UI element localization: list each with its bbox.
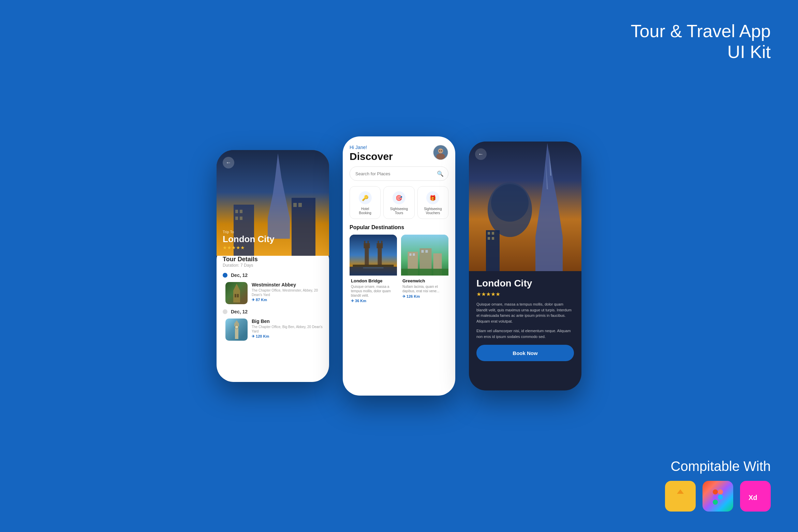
category-hotel[interactable]: 🔑 HotelBooking bbox=[350, 186, 381, 219]
london-bridge-name: London Bridge bbox=[351, 278, 396, 283]
svg-rect-4 bbox=[713, 494, 718, 500]
phone-discover: Hi Jane! Discover 🔍 🔑 HotelBooking bbox=[343, 136, 455, 396]
svg-rect-23 bbox=[237, 294, 239, 297]
p2-greeting: Hi Jane! bbox=[350, 145, 393, 150]
book-now-button[interactable]: Book Now bbox=[476, 345, 574, 361]
svg-rect-20 bbox=[233, 291, 240, 302]
london-bridge-dist: ✈ 36 Km bbox=[351, 299, 396, 303]
p1-tour-title: Tour Details bbox=[223, 256, 323, 263]
svg-rect-40 bbox=[378, 241, 379, 246]
dest-card-london[interactable]: London Bridge Quisque ornare, massa a te… bbox=[350, 235, 397, 306]
p1-duration: Duration: 7 Days bbox=[223, 263, 323, 268]
hotel-icon: 🔑 bbox=[359, 191, 372, 204]
svg-rect-52 bbox=[426, 250, 428, 253]
dest-card-greenwich[interactable]: Greenwich Nullam lacinia, quam et dapibu… bbox=[401, 235, 448, 306]
p1-day1-dot bbox=[223, 273, 227, 278]
svg-rect-49 bbox=[410, 253, 412, 256]
p1-place1-name: Westminster Abbey bbox=[252, 282, 323, 287]
svg-rect-42 bbox=[353, 265, 394, 267]
svg-rect-14 bbox=[240, 210, 242, 213]
greenwich-desc: Nullam lacinia, quam et dapibus, erat ni… bbox=[402, 284, 447, 293]
search-icon: 🔍 bbox=[437, 171, 444, 177]
search-input[interactable] bbox=[350, 166, 448, 181]
svg-point-32 bbox=[441, 150, 442, 152]
svg-rect-41 bbox=[381, 241, 383, 246]
p1-place1-info: Westminster Abbey The Chapter Office, We… bbox=[252, 282, 323, 304]
p1-day2-dot bbox=[223, 309, 227, 314]
svg-rect-15 bbox=[235, 217, 238, 220]
p2-avatar bbox=[433, 145, 448, 160]
p1-nav1-icon: ✈ bbox=[252, 298, 256, 302]
p2-search-bar[interactable]: 🔍 bbox=[350, 166, 448, 181]
p1-stars: ★★★★★ bbox=[223, 245, 323, 250]
compatible-block: Compitable With Xd bbox=[665, 459, 771, 512]
category-sightseeing[interactable]: 🎯 SightseeingTours bbox=[383, 186, 414, 219]
compatible-icons: Xd bbox=[665, 481, 771, 512]
sightseeing-icon: 🎯 bbox=[393, 191, 405, 204]
svg-rect-22 bbox=[235, 294, 236, 297]
p2-section-title: Popular Destinations bbox=[343, 224, 455, 231]
p1-place2-info: Big Ben The Chapter Office, Big Ben, Abb… bbox=[252, 319, 323, 341]
svg-rect-18 bbox=[293, 203, 297, 207]
svg-rect-51 bbox=[422, 250, 424, 253]
p1-day1-header: Dec, 12 bbox=[223, 272, 323, 278]
svg-rect-44 bbox=[363, 267, 384, 268]
p2-categories: 🔑 HotelBooking 🎯 SightseeingTours 🎁 Sigh… bbox=[343, 186, 455, 219]
p1-place2-addr: The Chapter Office, Big Ben, Abbey, 20 D… bbox=[252, 325, 323, 334]
xd-icon: Xd bbox=[740, 481, 771, 512]
category-vouchers[interactable]: 🎁 SightseeingVouchers bbox=[417, 186, 448, 219]
p1-day2-text: Dec, 12 bbox=[231, 309, 248, 314]
greenwich-image bbox=[401, 235, 448, 276]
svg-rect-39 bbox=[368, 241, 369, 246]
p3-description2: Etiam vel ullamcorper nisi, id elementum… bbox=[476, 328, 574, 339]
london-bridge-info: London Bridge Quisque ornare, massa a te… bbox=[350, 276, 397, 306]
svg-rect-63 bbox=[492, 232, 494, 235]
sketch-icon bbox=[665, 481, 696, 512]
p1-hero-image: ← Trip To London City ★★★★★ bbox=[217, 150, 329, 256]
p3-description1: Quisque ornare, massa a tempus mollis, d… bbox=[476, 301, 574, 324]
category-sightseeing-label: SightseeingTours bbox=[390, 207, 408, 215]
p2-header: Hi Jane! Discover bbox=[343, 136, 455, 166]
p1-back-button[interactable]: ← bbox=[223, 157, 234, 168]
branding-block: Tour & Travel App UI Kit bbox=[631, 20, 771, 62]
svg-text:Xd: Xd bbox=[749, 494, 757, 501]
svg-rect-13 bbox=[235, 210, 238, 213]
p2-discover-title: Discover bbox=[350, 151, 393, 162]
p1-day2-header: Dec, 12 bbox=[223, 309, 323, 314]
p1-bigben-img bbox=[225, 319, 248, 341]
svg-point-60 bbox=[491, 184, 529, 222]
p1-nav2-icon: ✈ bbox=[252, 334, 256, 338]
category-hotel-label: HotelBooking bbox=[359, 207, 371, 215]
greenwich-info: Greenwich Nullam lacinia, quam et dapibu… bbox=[401, 276, 448, 301]
vouchers-icon: 🎁 bbox=[426, 191, 439, 204]
p1-place1-addr: The Chapter Office, Westminster, Abbey, … bbox=[252, 288, 323, 297]
category-vouchers-label: SightseeingVouchers bbox=[424, 207, 442, 215]
p1-place1-card: Westminster Abbey The Chapter Office, We… bbox=[225, 282, 323, 304]
svg-rect-3 bbox=[718, 489, 723, 494]
p1-hero-text: Trip To London City ★★★★★ bbox=[217, 224, 329, 256]
greenwich-dist: ✈ 126 Km bbox=[402, 294, 447, 299]
branding-title: Tour & Travel App bbox=[631, 20, 771, 42]
london-bridge-desc: Quisque ornare, massa a tempus mollis, d… bbox=[351, 284, 396, 298]
svg-rect-19 bbox=[298, 203, 302, 207]
figma-icon bbox=[703, 481, 733, 512]
greenwich-name: Greenwich bbox=[402, 278, 447, 283]
p1-city-name: London City bbox=[223, 235, 323, 243]
svg-point-6 bbox=[718, 494, 723, 500]
p1-place2-card: Big Ben The Chapter Office, Big Ben, Abb… bbox=[225, 319, 323, 341]
p3-back-button[interactable]: ← bbox=[475, 148, 487, 160]
svg-point-31 bbox=[439, 150, 440, 152]
svg-point-27 bbox=[235, 325, 238, 329]
p2-destinations: London Bridge Quisque ornare, massa a te… bbox=[343, 235, 455, 306]
compatible-label: Compitable With bbox=[665, 459, 771, 474]
svg-marker-21 bbox=[233, 284, 240, 291]
svg-rect-50 bbox=[413, 253, 415, 256]
p1-body: Tour Details Duration: 7 Days Dec, 12 bbox=[217, 249, 329, 382]
svg-point-29 bbox=[438, 148, 443, 153]
svg-rect-2 bbox=[713, 489, 718, 494]
branding-subtitle: UI Kit bbox=[631, 42, 771, 62]
phone-london-detail: ← London City ★★★★★ Quisque ornare, mass… bbox=[469, 142, 581, 390]
p1-place2-name: Big Ben bbox=[252, 319, 323, 324]
p3-stars: ★★★★★ bbox=[476, 291, 574, 297]
p1-place1-distance: ✈ 87 Km bbox=[252, 298, 323, 302]
